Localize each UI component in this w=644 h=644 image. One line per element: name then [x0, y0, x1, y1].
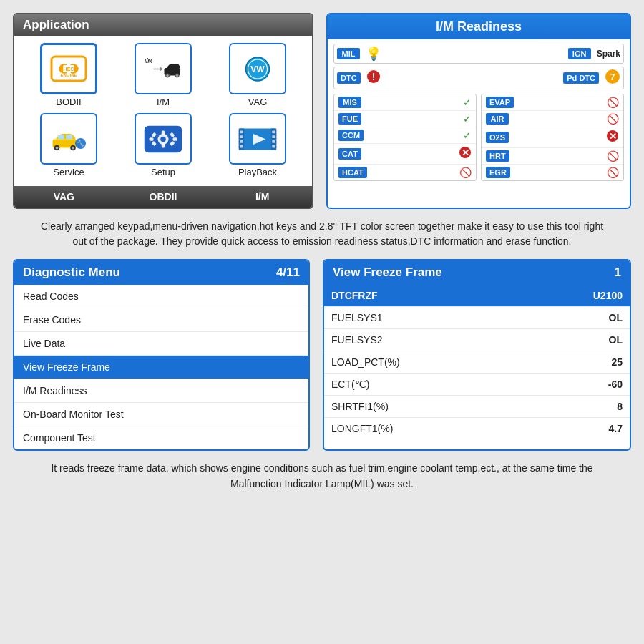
svg-text:VW: VW — [250, 64, 265, 74]
dtc-icon: ! — [366, 69, 381, 87]
svg-rect-28 — [162, 143, 165, 147]
application-header: Application — [14, 14, 312, 36]
diag-erase-codes-label: Erase Codes — [23, 314, 81, 326]
freeze-value-ect: -60 — [524, 374, 630, 396]
svg-rect-41 — [240, 145, 243, 147]
o2s-tag: O2S — [486, 132, 509, 143]
svg-rect-30 — [173, 137, 177, 141]
im-icon-box: I/M — [135, 43, 192, 94]
vag-icon-box: VW — [229, 43, 286, 94]
svg-point-10 — [167, 74, 169, 77]
diag-read-codes[interactable]: Read Codes — [14, 285, 308, 308]
description-2: It reads freeze frame data, which shows … — [13, 461, 631, 492]
bodii-label: BODII — [56, 97, 81, 107]
app-icon-vag[interactable]: VW VAG — [213, 43, 302, 107]
diag-view-freeze-label: View Freeze Frame — [23, 361, 110, 373]
app-nav-bar: VAG OBDII I/M — [14, 186, 312, 208]
freeze-value-fuelsys1: OL — [524, 307, 630, 329]
freeze-value-shrtfi1: 8 — [524, 396, 630, 418]
diag-erase-codes[interactable]: Erase Codes — [14, 308, 308, 332]
evap-status: 🚫 — [607, 97, 619, 108]
diag-view-freeze-frame[interactable]: View Freeze Frame — [14, 356, 308, 379]
freeze-value-fuelsys2: OL — [524, 329, 630, 351]
svg-point-26 — [160, 136, 166, 142]
freeze-frame-panel: View Freeze Frame 1 DTCFRZF U2100 FUELSY… — [323, 259, 631, 451]
freeze-row-fuelsys2[interactable]: FUELSYS2 OL — [324, 329, 630, 351]
diag-live-data[interactable]: Live Data — [14, 332, 308, 356]
mil-tag: MIL — [337, 48, 360, 59]
im-evap-row: EVAP 🚫 — [482, 94, 623, 111]
freeze-row-fuelsys1[interactable]: FUELSYS1 OL — [324, 307, 630, 329]
freeze-row-dtcfrzf[interactable]: DTCFRZF U2100 — [324, 285, 630, 307]
bodii-icon-box: CHECK ENGINE — [40, 43, 97, 94]
freeze-label-fuelsys1: FUELSYS1 — [324, 307, 524, 329]
im-fue-row: FUE ✓ — [334, 111, 476, 127]
diag-read-codes-label: Read Codes — [23, 291, 79, 302]
im-cat-row: CAT ✕ — [334, 144, 476, 165]
ccm-tag: CCM — [338, 130, 364, 141]
freeze-label-load-pct: LOAD_PCT(%) — [324, 351, 524, 374]
ign-tag: IGN — [568, 48, 591, 59]
svg-rect-40 — [240, 140, 243, 143]
playback-label: PlayBack — [238, 167, 277, 177]
svg-rect-38 — [240, 130, 243, 133]
nav-vag[interactable]: VAG — [14, 186, 114, 208]
check-engine-icon: CHECK ENGINE — [47, 49, 90, 89]
freeze-frame-header: View Freeze Frame 1 — [324, 260, 630, 285]
top-row: Application CHECK ENGINE BODII — [13, 13, 631, 209]
nav-im[interactable]: I/M — [213, 186, 312, 208]
bottom-row: Diagnostic Menu 4/11 Read Codes Erase Co… — [13, 259, 631, 451]
mis-tag: MIS — [338, 97, 361, 108]
setup-icon-box — [135, 113, 192, 165]
pddtc-tag: Pd DTC — [563, 72, 599, 84]
fue-tag: FUE — [338, 113, 361, 125]
service-icon-box: 🔧 — [40, 113, 97, 165]
svg-rect-44 — [272, 140, 275, 143]
ccm-status: ✓ — [463, 130, 472, 141]
service-label: Service — [53, 167, 84, 177]
application-panel: Application CHECK ENGINE BODII — [13, 13, 313, 209]
nav-obdii[interactable]: OBDII — [114, 186, 213, 208]
app-icon-playback[interactable]: PlayBack — [213, 113, 302, 177]
egr-tag: EGR — [486, 167, 510, 178]
air-status: 🚫 — [607, 113, 619, 125]
cat-tag: CAT — [338, 148, 361, 160]
svg-rect-17 — [66, 135, 72, 139]
diag-onboard-label: On-Board Monitor Test — [23, 409, 124, 420]
app-icon-bodii[interactable]: CHECK ENGINE BODII — [24, 43, 113, 107]
svg-text:✕: ✕ — [462, 147, 469, 158]
app-icon-im[interactable]: I/M I/M — [119, 43, 208, 107]
im-mis-row: MIS ✓ — [334, 94, 476, 111]
app-icon-service[interactable]: 🔧 Service — [24, 113, 113, 177]
car-icon: I/M — [142, 49, 185, 89]
main-container: Application CHECK ENGINE BODII — [0, 0, 644, 644]
svg-text:!: ! — [371, 71, 375, 82]
freeze-value-dtcfrzf: U2100 — [524, 285, 630, 307]
freeze-value-load-pct: 25 — [524, 351, 630, 374]
diag-im-readiness[interactable]: I/M Readiness — [14, 379, 308, 403]
im-ccm-row: CCM ✓ — [334, 127, 476, 144]
mis-status: ✓ — [463, 97, 472, 108]
freeze-row-longft1[interactable]: LONGFT1(%) 4.7 — [324, 418, 630, 440]
diag-im-readiness-label: I/M Readiness — [23, 385, 87, 396]
im-right-col: EVAP 🚫 AIR 🚫 O2S ✕ — [481, 94, 624, 181]
im-left-col: MIS ✓ FUE ✓ CCM ✓ CAT — [333, 94, 477, 181]
egr-status: 🚫 — [607, 167, 619, 178]
diag-component-test[interactable]: Component Test — [14, 426, 308, 449]
freeze-row-ect[interactable]: ECT(℃) -60 — [324, 374, 630, 396]
freeze-label-shrtfi1: SHRTFI1(%) — [324, 396, 524, 418]
im-egr-row: EGR 🚫 — [482, 165, 623, 180]
freeze-frame-title: View Freeze Frame — [333, 265, 442, 280]
svg-text:I/M: I/M — [145, 57, 154, 64]
diag-menu-list: Read Codes Erase Codes Live Data View Fr… — [14, 285, 308, 449]
svg-point-21 — [72, 146, 74, 149]
freeze-row-load-pct[interactable]: LOAD_PCT(%) 25 — [324, 351, 630, 374]
evap-tag: EVAP — [486, 97, 514, 108]
freeze-row-shrtfi1[interactable]: SHRTFI1(%) 8 — [324, 396, 630, 418]
diagnostic-menu-panel: Diagnostic Menu 4/11 Read Codes Erase Co… — [13, 259, 310, 451]
vag-label: VAG — [248, 97, 268, 107]
ign-value: Spark — [597, 49, 620, 59]
svg-rect-42 — [272, 130, 275, 133]
diag-onboard-monitor[interactable]: On-Board Monitor Test — [14, 403, 308, 426]
app-icon-setup[interactable]: Setup — [119, 113, 208, 177]
